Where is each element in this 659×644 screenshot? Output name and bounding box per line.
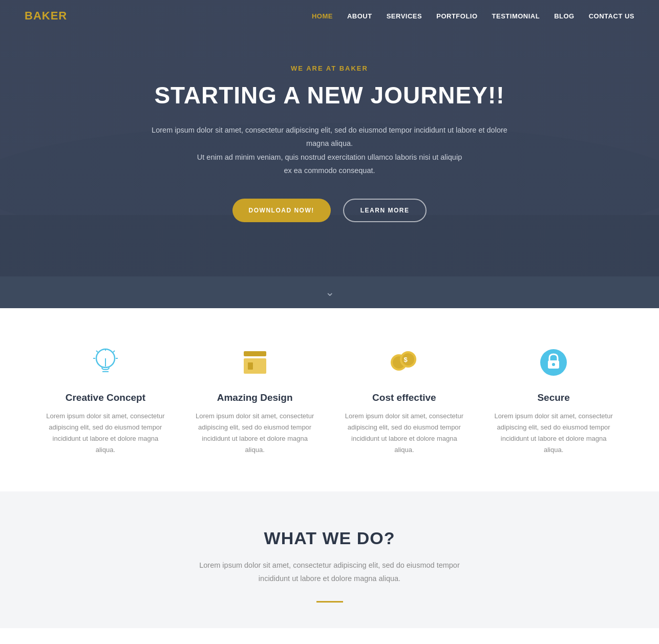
lightbulb-icon [87,344,124,381]
what-we-do-section: WHAT WE DO? Lorem ipsum dolor sit amet, … [0,491,659,628]
learn-more-button[interactable]: LEARN MORE [343,199,427,222]
feature-title-secure: Secure [494,392,613,403]
svg-line-4 [113,351,115,352]
nav-link-contact[interactable]: CONTACT US [589,12,634,20]
feature-desc-creative: Lorem ipsum dolor sit amet, consectetur … [46,411,165,456]
nav-link-blog[interactable]: BLOG [554,12,575,20]
what-we-do-title: WHAT WE DO? [20,528,639,548]
feature-title-creative: Creative Concept [46,392,165,403]
logo-ba: BA [25,9,42,22]
hero-title: STARTING A NEW JOURNEY!! [154,81,504,109]
svg-text:$: $ [404,356,408,363]
hero-subtitle: WE ARE AT BAKER [291,65,368,72]
site-logo[interactable]: BAKER [25,9,67,23]
nav-link-portfolio[interactable]: PORTFOLIO [436,12,477,20]
nav-link-services[interactable]: SERVICES [387,12,422,20]
hero-desc-line1: Lorem ipsum dolor sit amet, consectetur … [152,126,507,147]
svg-point-18 [552,363,555,366]
hero-buttons: DOWNLOAD NOW! LEARN MORE [232,199,427,222]
what-we-do-desc: Lorem ipsum dolor sit amet, consectetur … [186,559,473,585]
nav-item-services[interactable]: SERVICES [387,11,422,20]
svg-line-3 [96,351,98,352]
features-section: Creative Concept Lorem ipsum dolor sit a… [0,308,659,491]
nav-link-testimonial[interactable]: TESTIMONIAL [492,12,540,20]
hero-desc-line3: ex ea commodo consequat. [284,166,375,175]
nav-link-about[interactable]: ABOUT [347,12,372,20]
logo-ker: KER [42,9,67,22]
feature-desc-cost: Lorem ipsum dolor sit amet, consectetur … [345,411,464,456]
download-button[interactable]: DOWNLOAD NOW! [232,199,331,222]
hero-section: WE ARE AT BAKER STARTING A NEW JOURNEY!!… [0,0,659,276]
what-we-do-divider [316,601,343,603]
nav-item-home[interactable]: HOME [312,11,333,20]
lock-icon [535,344,572,381]
hero-desc-line2: Ut enim ad minim veniam, quis nostrud ex… [197,153,462,161]
design-icon [237,344,273,381]
nav-item-contact[interactable]: CONTACT US [589,11,634,20]
feature-desc-secure: Lorem ipsum dolor sit amet, consectetur … [494,411,613,456]
scroll-arrow-bar: ⌄ [0,276,659,308]
nav-item-testimonial[interactable]: TESTIMONIAL [492,11,540,20]
feature-cost-effective: $ Cost effective Lorem ipsum dolor sit a… [330,344,479,456]
hero-description: Lorem ipsum dolor sit amet, consectetur … [145,123,514,177]
feature-secure: Secure Lorem ipsum dolor sit amet, conse… [479,344,628,456]
svg-rect-9 [244,358,266,374]
nav-link-home[interactable]: HOME [312,12,333,20]
feature-amazing-design: Amazing Design Lorem ipsum dolor sit ame… [180,344,330,456]
nav-item-about[interactable]: ABOUT [347,11,372,20]
feature-creative-concept: Creative Concept Lorem ipsum dolor sit a… [31,344,180,456]
coins-icon: $ [386,344,422,381]
navbar: BAKER HOME ABOUT SERVICES PORTFOLIO TEST… [0,0,659,32]
nav-item-blog[interactable]: BLOG [554,11,575,20]
svg-rect-8 [244,351,266,356]
feature-title-design: Amazing Design [196,392,314,403]
feature-desc-design: Lorem ipsum dolor sit amet, consectetur … [196,411,314,456]
svg-rect-10 [248,362,253,370]
feature-title-cost: Cost effective [345,392,464,403]
scroll-down-icon[interactable]: ⌄ [325,286,334,299]
nav-links: HOME ABOUT SERVICES PORTFOLIO TESTIMONIA… [312,11,634,20]
nav-item-portfolio[interactable]: PORTFOLIO [436,11,477,20]
